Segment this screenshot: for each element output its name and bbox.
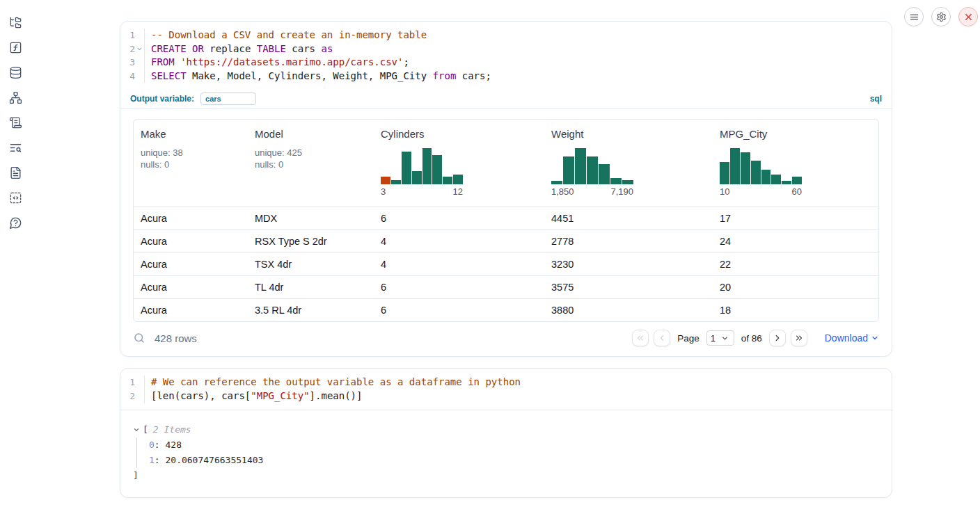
output-variable-input[interactable] [200, 92, 256, 105]
histogram-bar [599, 164, 610, 184]
first-page-button [632, 330, 649, 346]
next-page-button[interactable] [769, 330, 786, 346]
table-cell: Acura [134, 275, 248, 298]
table-cell: 6 [374, 207, 544, 230]
table-cell: 3.5 RL 4dr [248, 298, 374, 321]
file-tree-icon[interactable] [8, 15, 23, 30]
histogram-bar [422, 148, 432, 184]
chevron-down-icon [133, 426, 140, 433]
histogram-axis-labels: 1,850 7,190 [551, 186, 633, 197]
chevron-left-icon [657, 333, 667, 343]
table-cell: 3880 [544, 298, 713, 321]
functions-icon[interactable] [8, 40, 23, 55]
python-code-editor[interactable]: 1# We can reference the output variable … [120, 369, 892, 409]
histogram-bar [402, 152, 411, 185]
output-variable-label: Output variable: [130, 94, 194, 104]
table-cell: Acura [134, 230, 248, 252]
table-cell: 3230 [544, 252, 713, 275]
datasets-icon[interactable] [8, 65, 23, 80]
cylinders-histogram [381, 148, 463, 184]
histogram-bar [587, 156, 598, 184]
code-line: 2[len(cars), cars["MPG_City"].mean()] [120, 389, 883, 403]
documentation-icon[interactable] [8, 165, 23, 180]
column-header-make[interactable]: Make unique: 38 nulls: 0 [134, 120, 248, 207]
table-cell: 24 [713, 230, 878, 252]
histogram-bar [761, 170, 771, 185]
table-cell: 3575 [544, 275, 713, 298]
page-label: Page [677, 333, 700, 344]
help-icon[interactable] [8, 215, 23, 230]
gear-icon [936, 12, 947, 22]
table-cell: 6 [374, 275, 544, 298]
chevrons-left-icon [635, 333, 645, 343]
table-cell: 22 [713, 252, 878, 275]
column-header-weight[interactable]: Weight 1,850 7,190 [544, 120, 713, 207]
histogram-bar [563, 156, 574, 184]
table-cell: TSX 4dr [248, 252, 374, 275]
column-header-cylinders[interactable]: Cylinders 3 12 [374, 120, 544, 207]
histogram-bar [412, 171, 422, 185]
sql-code-editor[interactable]: 1-- Download a CSV and create an in-memo… [120, 22, 892, 89]
chevron-down-icon [871, 334, 879, 342]
table-cell: MDX [248, 207, 374, 230]
table-row[interactable]: AcuraTSX 4dr4323022 [134, 252, 878, 275]
table-cell: 17 [713, 207, 878, 230]
column-header-mpg-city[interactable]: MPG_City 10 60 [713, 120, 878, 207]
table-row[interactable]: AcuraMDX6445117 [134, 207, 878, 230]
table-cell: 2778 [544, 230, 713, 252]
column-header-model[interactable]: Model unique: 425 nulls: 0 [248, 120, 374, 207]
list-entries: 0: 428 1: 20.060747663551403 [136, 437, 879, 468]
snippets-icon[interactable] [8, 190, 23, 205]
logs-search-icon[interactable] [8, 140, 23, 155]
collapse-toggle[interactable] [133, 426, 140, 433]
line-number-gutter: 2 [120, 389, 145, 403]
column-title: Weight [551, 128, 706, 140]
close-icon [963, 12, 974, 22]
column-stats: unique: 425 nulls: 0 [255, 147, 367, 170]
histogram-bar [610, 178, 622, 185]
table-cell: 4 [374, 230, 544, 252]
page-select[interactable]: 1 [706, 330, 734, 346]
download-button[interactable]: Download [825, 332, 879, 344]
dependency-graph-icon[interactable] [8, 90, 23, 105]
table-cell: Acura [134, 252, 248, 275]
column-title: Make [141, 128, 241, 140]
fold-toggle-icon[interactable] [135, 42, 144, 56]
histogram-bar [551, 181, 562, 184]
scratchpad-icon[interactable] [8, 115, 23, 130]
column-title: Cylinders [381, 128, 537, 140]
chevrons-right-icon [794, 333, 804, 343]
language-badge: sql [870, 94, 882, 104]
histogram-bar [741, 152, 750, 185]
histogram-bar [575, 148, 586, 184]
table-footer: 428 rows Page 1 of 86 [120, 322, 892, 356]
line-number-gutter: 4 [120, 70, 145, 83]
sidebar [0, 0, 31, 507]
histogram-bar [751, 161, 761, 185]
table-cell: TL 4dr [248, 275, 374, 298]
mpg-city-histogram [720, 148, 802, 184]
chevron-down-icon [721, 335, 729, 342]
shutdown-button[interactable] [958, 7, 978, 26]
menu-button[interactable] [904, 7, 924, 26]
table-cell: 4451 [544, 207, 713, 230]
histogram-bar [622, 180, 633, 185]
table-header-row: Make unique: 38 nulls: 0 Model unique: 4… [134, 120, 878, 207]
window-controls [904, 7, 978, 26]
close-bracket: ] [133, 468, 879, 483]
histogram-bar [432, 155, 442, 185]
histogram-bar [453, 175, 463, 184]
results-table: Make unique: 38 nulls: 0 Model unique: 4… [133, 119, 879, 322]
search-button[interactable] [133, 332, 145, 344]
list-item: 0: 428 [149, 437, 879, 453]
line-number-gutter: 1 [120, 29, 145, 42]
sql-cell: 1-- Download a CSV and create an in-memo… [120, 21, 892, 357]
table-row[interactable]: Acura3.5 RL 4dr6388018 [134, 298, 878, 321]
settings-button[interactable] [931, 7, 951, 26]
table-row[interactable]: AcuraRSX Type S 2dr4277824 [134, 230, 878, 252]
table-row[interactable]: AcuraTL 4dr6357520 [134, 275, 878, 298]
last-page-button[interactable] [791, 330, 807, 346]
histogram-bar [391, 180, 401, 184]
line-number-gutter: 3 [120, 56, 145, 70]
code-line: 4SELECT Make, Model, Cylinders, Weight, … [120, 70, 883, 83]
